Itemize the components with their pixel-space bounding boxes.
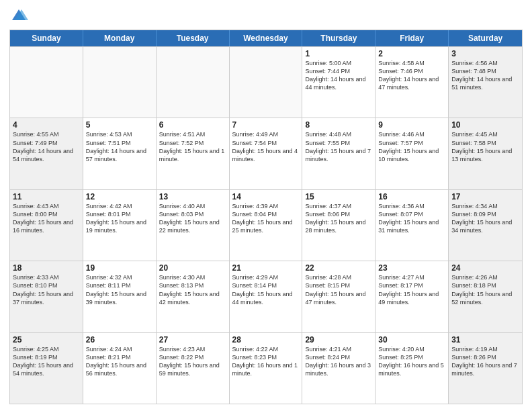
cal-cell-13: 13Sunrise: 4:40 AM Sunset: 8:03 PM Dayli…	[157, 190, 230, 261]
cal-cell-29: 29Sunrise: 4:21 AM Sunset: 8:24 PM Dayli…	[302, 333, 375, 404]
cal-cell-1: 1Sunrise: 5:00 AM Sunset: 7:44 PM Daylig…	[302, 47, 375, 118]
cal-cell-12: 12Sunrise: 4:42 AM Sunset: 8:01 PM Dayli…	[83, 190, 157, 261]
day-number: 28	[232, 335, 300, 345]
day-number: 27	[159, 335, 226, 345]
calendar-body: 1Sunrise: 5:00 AM Sunset: 7:44 PM Daylig…	[10, 46, 522, 404]
week-row-4: 25Sunrise: 4:25 AM Sunset: 8:19 PM Dayli…	[10, 332, 522, 404]
cal-cell-28: 28Sunrise: 4:22 AM Sunset: 8:23 PM Dayli…	[230, 333, 303, 404]
cal-cell-16: 16Sunrise: 4:36 AM Sunset: 8:07 PM Dayli…	[375, 190, 449, 261]
cal-cell-5: 5Sunrise: 4:53 AM Sunset: 7:51 PM Daylig…	[83, 118, 157, 189]
logo	[9, 7, 30, 26]
cell-info: Sunrise: 4:49 AM Sunset: 7:54 PM Dayligh…	[232, 130, 300, 163]
day-number: 10	[451, 120, 519, 130]
week-row-2: 11Sunrise: 4:43 AM Sunset: 8:00 PM Dayli…	[10, 189, 522, 261]
cal-cell-2: 2Sunrise: 4:58 AM Sunset: 7:46 PM Daylig…	[375, 47, 449, 118]
week-row-3: 18Sunrise: 4:33 AM Sunset: 8:10 PM Dayli…	[10, 261, 522, 332]
cal-cell-3: 3Sunrise: 4:56 AM Sunset: 7:48 PM Daylig…	[449, 47, 522, 118]
week-row-1: 4Sunrise: 4:55 AM Sunset: 7:49 PM Daylig…	[10, 118, 522, 189]
cal-cell-8: 8Sunrise: 4:48 AM Sunset: 7:55 PM Daylig…	[302, 118, 375, 189]
day-number: 16	[378, 192, 445, 201]
cal-cell-6: 6Sunrise: 4:51 AM Sunset: 7:52 PM Daylig…	[157, 118, 230, 189]
cell-info: Sunrise: 4:32 AM Sunset: 8:11 PM Dayligh…	[86, 273, 153, 306]
cal-cell-24: 24Sunrise: 4:26 AM Sunset: 8:18 PM Dayli…	[449, 261, 522, 332]
day-number: 5	[86, 120, 153, 130]
day-number: 29	[305, 335, 372, 345]
day-number: 2	[378, 49, 445, 58]
day-number: 20	[159, 263, 226, 273]
cal-cell-empty-0-0	[10, 47, 83, 118]
day-number: 15	[305, 192, 372, 201]
col-header-monday: Monday	[83, 30, 157, 46]
cal-cell-25: 25Sunrise: 4:25 AM Sunset: 8:19 PM Dayli…	[10, 333, 83, 404]
day-number: 22	[305, 263, 372, 273]
cell-info: Sunrise: 4:56 AM Sunset: 7:48 PM Dayligh…	[451, 59, 519, 92]
day-number: 31	[451, 335, 519, 345]
day-number: 14	[232, 192, 300, 201]
col-header-sunday: Sunday	[10, 30, 83, 46]
cell-info: Sunrise: 4:21 AM Sunset: 8:24 PM Dayligh…	[305, 345, 372, 378]
cell-info: Sunrise: 4:20 AM Sunset: 8:25 PM Dayligh…	[378, 345, 445, 378]
cal-cell-11: 11Sunrise: 4:43 AM Sunset: 8:00 PM Dayli…	[10, 190, 83, 261]
cell-info: Sunrise: 4:24 AM Sunset: 8:21 PM Dayligh…	[86, 345, 153, 378]
cell-info: Sunrise: 4:30 AM Sunset: 8:13 PM Dayligh…	[159, 273, 226, 306]
week-row-0: 1Sunrise: 5:00 AM Sunset: 7:44 PM Daylig…	[10, 46, 522, 118]
cal-cell-15: 15Sunrise: 4:37 AM Sunset: 8:06 PM Dayli…	[302, 190, 375, 261]
col-header-wednesday: Wednesday	[230, 30, 303, 46]
cell-info: Sunrise: 4:55 AM Sunset: 7:49 PM Dayligh…	[13, 130, 80, 163]
cell-info: Sunrise: 4:19 AM Sunset: 8:26 PM Dayligh…	[451, 345, 519, 378]
cell-info: Sunrise: 4:27 AM Sunset: 8:17 PM Dayligh…	[378, 273, 445, 306]
cal-cell-empty-0-1	[83, 47, 157, 118]
cal-cell-14: 14Sunrise: 4:39 AM Sunset: 8:04 PM Dayli…	[230, 190, 303, 261]
day-number: 18	[13, 263, 80, 273]
col-header-saturday: Saturday	[449, 30, 522, 46]
cal-cell-26: 26Sunrise: 4:24 AM Sunset: 8:21 PM Dayli…	[83, 333, 157, 404]
day-number: 1	[305, 49, 372, 58]
day-number: 19	[86, 263, 153, 273]
page: SundayMondayTuesdayWednesdayThursdayFrid…	[0, 0, 532, 411]
cell-info: Sunrise: 4:46 AM Sunset: 7:57 PM Dayligh…	[378, 130, 445, 163]
day-number: 4	[13, 120, 80, 130]
cal-cell-10: 10Sunrise: 4:45 AM Sunset: 7:58 PM Dayli…	[449, 118, 522, 189]
cell-info: Sunrise: 4:45 AM Sunset: 7:58 PM Dayligh…	[451, 130, 519, 163]
col-header-thursday: Thursday	[302, 30, 375, 46]
cal-cell-empty-0-3	[230, 47, 303, 118]
logo-icon	[9, 7, 28, 26]
header	[9, 7, 523, 26]
cal-cell-7: 7Sunrise: 4:49 AM Sunset: 7:54 PM Daylig…	[230, 118, 303, 189]
day-number: 30	[378, 335, 445, 345]
day-number: 13	[159, 192, 226, 201]
cell-info: Sunrise: 4:40 AM Sunset: 8:03 PM Dayligh…	[159, 202, 226, 235]
cell-info: Sunrise: 4:26 AM Sunset: 8:18 PM Dayligh…	[451, 273, 519, 306]
cell-info: Sunrise: 5:00 AM Sunset: 7:44 PM Dayligh…	[305, 59, 372, 92]
cal-cell-31: 31Sunrise: 4:19 AM Sunset: 8:26 PM Dayli…	[449, 333, 522, 404]
cell-info: Sunrise: 4:58 AM Sunset: 7:46 PM Dayligh…	[378, 59, 445, 92]
day-number: 21	[232, 263, 300, 273]
cell-info: Sunrise: 4:42 AM Sunset: 8:01 PM Dayligh…	[86, 202, 153, 235]
cal-cell-19: 19Sunrise: 4:32 AM Sunset: 8:11 PM Dayli…	[83, 261, 157, 332]
cell-info: Sunrise: 4:29 AM Sunset: 8:14 PM Dayligh…	[232, 273, 300, 306]
day-number: 3	[451, 49, 519, 58]
day-number: 17	[451, 192, 519, 201]
col-header-friday: Friday	[375, 30, 449, 46]
cal-cell-27: 27Sunrise: 4:23 AM Sunset: 8:22 PM Dayli…	[157, 333, 230, 404]
cal-cell-30: 30Sunrise: 4:20 AM Sunset: 8:25 PM Dayli…	[375, 333, 449, 404]
cell-info: Sunrise: 4:48 AM Sunset: 7:55 PM Dayligh…	[305, 130, 372, 163]
day-number: 24	[451, 263, 519, 273]
cal-cell-20: 20Sunrise: 4:30 AM Sunset: 8:13 PM Dayli…	[157, 261, 230, 332]
calendar: SundayMondayTuesdayWednesdayThursdayFrid…	[9, 30, 523, 404]
cell-info: Sunrise: 4:22 AM Sunset: 8:23 PM Dayligh…	[232, 345, 300, 378]
day-number: 7	[232, 120, 300, 130]
cell-info: Sunrise: 4:51 AM Sunset: 7:52 PM Dayligh…	[159, 130, 226, 163]
cell-info: Sunrise: 4:28 AM Sunset: 8:15 PM Dayligh…	[305, 273, 372, 306]
day-number: 8	[305, 120, 372, 130]
cell-info: Sunrise: 4:34 AM Sunset: 8:09 PM Dayligh…	[451, 202, 519, 235]
cell-info: Sunrise: 4:25 AM Sunset: 8:19 PM Dayligh…	[13, 345, 80, 378]
day-number: 25	[13, 335, 80, 345]
day-number: 26	[86, 335, 153, 345]
cal-cell-9: 9Sunrise: 4:46 AM Sunset: 7:57 PM Daylig…	[375, 118, 449, 189]
cal-cell-4: 4Sunrise: 4:55 AM Sunset: 7:49 PM Daylig…	[10, 118, 83, 189]
day-number: 12	[86, 192, 153, 201]
day-number: 6	[159, 120, 226, 130]
cell-info: Sunrise: 4:33 AM Sunset: 8:10 PM Dayligh…	[13, 273, 80, 306]
cal-cell-17: 17Sunrise: 4:34 AM Sunset: 8:09 PM Dayli…	[449, 190, 522, 261]
